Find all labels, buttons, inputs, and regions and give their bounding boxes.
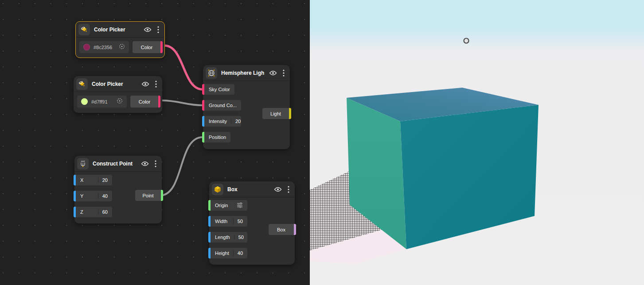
construct-point-xyz-icon: xyz bbox=[77, 158, 89, 169]
input-port-value[interactable]: 40 bbox=[233, 250, 243, 256]
output-connector-point[interactable] bbox=[161, 190, 163, 201]
input-port-label: Width bbox=[215, 219, 227, 224]
color-hex-field[interactable]: #8c2356 bbox=[79, 41, 129, 53]
visibility-eye-icon[interactable] bbox=[143, 26, 152, 33]
node-title: Color Picker bbox=[92, 81, 137, 87]
input-port-value[interactable]: 20 bbox=[98, 177, 108, 183]
input-port-z[interactable]: Z 60 bbox=[74, 207, 112, 217]
input-port-label: X bbox=[80, 177, 83, 183]
input-port-value[interactable]: 50 bbox=[234, 235, 244, 240]
input-port-label: Position bbox=[204, 132, 230, 142]
cube-right-face bbox=[400, 105, 539, 249]
input-port-label: Intensity bbox=[209, 119, 227, 124]
input-port-width[interactable]: Width 50 bbox=[208, 216, 247, 227]
input-port-ground-color[interactable]: Ground Co... bbox=[202, 100, 241, 111]
input-port-value[interactable]: 60 bbox=[98, 209, 108, 215]
app-window: Color Picker #8c2356 Color bbox=[0, 0, 644, 285]
output-port-label: Light bbox=[262, 108, 289, 119]
input-port-label: Origin bbox=[215, 203, 228, 208]
node-header[interactable]: Color Picker bbox=[76, 22, 164, 38]
input-port-x[interactable]: X 20 bbox=[74, 175, 112, 185]
node-color-picker-2[interactable]: Color Picker #d7ff91 Color bbox=[74, 76, 162, 113]
input-port-height[interactable]: Height 40 bbox=[208, 248, 247, 258]
color-hex-field[interactable]: #d7ff91 bbox=[77, 96, 127, 108]
viewport-3d[interactable] bbox=[310, 0, 644, 285]
node-color-picker-1[interactable]: Color Picker #8c2356 Color bbox=[75, 21, 165, 58]
input-port-label: Ground Co... bbox=[204, 100, 241, 111]
kebab-menu-icon[interactable] bbox=[156, 25, 160, 34]
output-port-label: Color bbox=[139, 99, 150, 104]
visibility-eye-icon[interactable] bbox=[141, 81, 150, 88]
output-connector-color[interactable] bbox=[160, 41, 163, 53]
sliders-icon[interactable] bbox=[237, 202, 243, 209]
output-port-light[interactable]: Light bbox=[262, 108, 291, 119]
input-port-length[interactable]: Length 50 bbox=[208, 232, 247, 243]
node-header[interactable]: Hemisphere Light bbox=[203, 65, 290, 81]
input-port-intensity[interactable]: Intensity 20 bbox=[202, 116, 241, 127]
wire-color1-to-skycolor[interactable] bbox=[164, 46, 203, 89]
input-port-label: Height bbox=[215, 250, 229, 256]
output-port-color[interactable]: Color bbox=[133, 41, 161, 53]
color-hex-value: #d7ff91 bbox=[91, 99, 113, 104]
output-port-label: Color bbox=[141, 45, 152, 50]
input-port-label: Y bbox=[80, 193, 83, 199]
node-header[interactable]: Color Picker bbox=[74, 76, 162, 92]
paint-bucket-icon bbox=[78, 24, 90, 35]
node-header[interactable]: xyz Construct Point bbox=[74, 156, 162, 172]
color-swatch bbox=[83, 44, 90, 50]
input-port-value[interactable]: 40 bbox=[98, 193, 108, 199]
input-port-origin[interactable]: Origin bbox=[208, 200, 247, 211]
input-port-sky-color[interactable]: Sky Color bbox=[202, 84, 234, 95]
kebab-menu-icon[interactable] bbox=[287, 185, 290, 194]
input-port-label: Length bbox=[215, 235, 230, 240]
node-title: Box bbox=[227, 186, 269, 193]
visibility-eye-icon[interactable] bbox=[140, 160, 150, 167]
scene-render bbox=[310, 0, 644, 285]
input-port-label: Z bbox=[80, 209, 83, 215]
input-port-y[interactable]: Y 40 bbox=[74, 191, 112, 201]
kebab-menu-icon[interactable] bbox=[154, 159, 157, 168]
paint-bucket-icon bbox=[76, 78, 88, 90]
eyedropper-target-icon[interactable] bbox=[117, 98, 123, 106]
node-box[interactable]: Box Origin bbox=[209, 181, 295, 265]
node-title: Color Picker bbox=[94, 27, 139, 33]
hemisphere-light-icon bbox=[206, 67, 217, 79]
node-hemisphere-light[interactable]: Hemisphere Light Sky Color Ground Co... bbox=[203, 65, 290, 149]
output-connector-color[interactable] bbox=[158, 96, 160, 108]
color-hex-value: #8c2356 bbox=[94, 45, 115, 50]
output-port-box[interactable]: Box bbox=[269, 224, 296, 235]
node-title: Construct Point bbox=[93, 161, 136, 167]
box-cube-icon bbox=[212, 184, 223, 195]
visibility-eye-icon[interactable] bbox=[268, 69, 278, 77]
output-port-color[interactable]: Color bbox=[130, 96, 159, 108]
cube-mesh[interactable] bbox=[347, 88, 539, 249]
node-header[interactable]: Box bbox=[209, 181, 295, 197]
visibility-eye-icon[interactable] bbox=[273, 186, 283, 193]
eyedropper-target-icon[interactable] bbox=[119, 43, 125, 51]
light-gizmo[interactable] bbox=[464, 39, 469, 43]
output-connector-light[interactable] bbox=[289, 108, 291, 119]
kebab-menu-icon[interactable] bbox=[282, 69, 285, 77]
output-connector-geometry[interactable] bbox=[294, 224, 296, 235]
node-title: Hemisphere Light bbox=[221, 70, 264, 76]
output-port-point[interactable]: Point bbox=[135, 190, 163, 201]
output-port-label: Point bbox=[135, 190, 161, 201]
input-port-value[interactable]: 50 bbox=[233, 219, 243, 224]
output-port-label: Box bbox=[269, 224, 294, 235]
input-port-position[interactable]: Position bbox=[202, 132, 230, 142]
wire-point-to-position[interactable] bbox=[160, 137, 203, 196]
node-construct-point[interactable]: xyz Construct Point X 2 bbox=[74, 156, 162, 223]
input-port-label: Sky Color bbox=[204, 84, 234, 95]
kebab-menu-icon[interactable] bbox=[154, 80, 158, 89]
color-swatch bbox=[81, 98, 88, 105]
node-canvas[interactable]: Color Picker #8c2356 Color bbox=[0, 0, 310, 285]
svg-text:xyz: xyz bbox=[81, 159, 85, 162]
input-port-value[interactable]: 20 bbox=[231, 119, 241, 124]
wire-color2-to-groundcolor[interactable] bbox=[162, 100, 203, 105]
